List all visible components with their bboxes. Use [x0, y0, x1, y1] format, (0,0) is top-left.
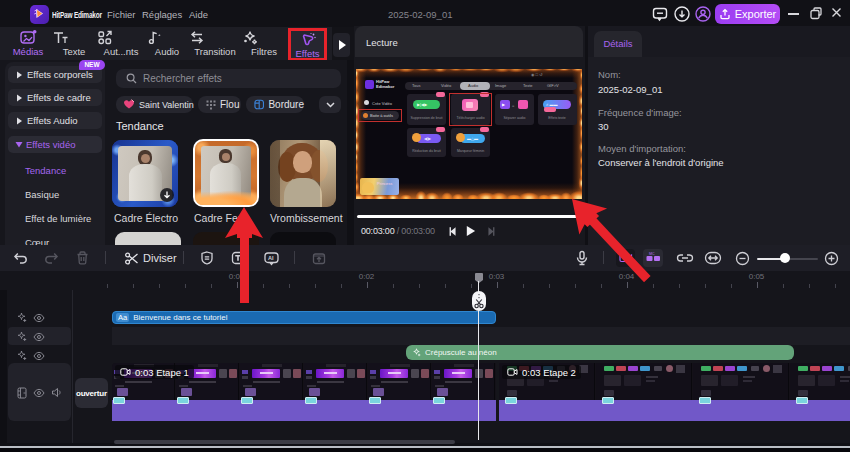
svg-text:MC: MC [649, 252, 655, 256]
svg-text:AI: AI [268, 255, 274, 261]
